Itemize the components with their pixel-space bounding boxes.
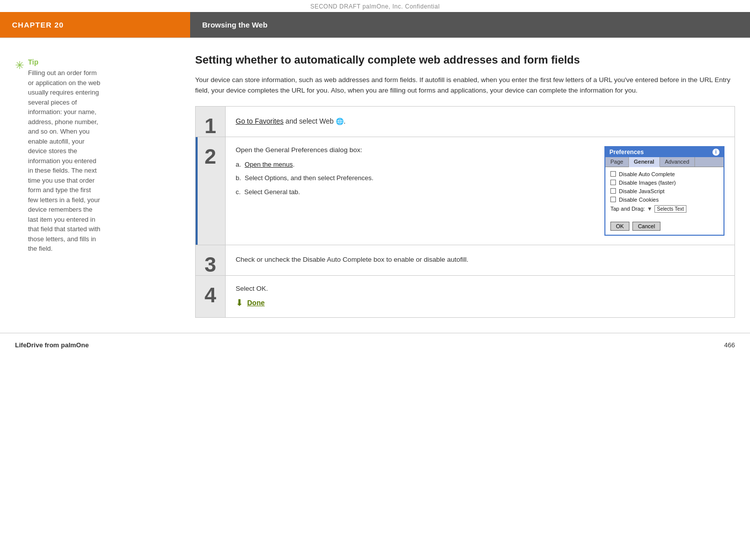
disable-images-checkbox[interactable]	[610, 180, 616, 185]
tip-body: Tip Filling out an order form or applica…	[28, 58, 101, 254]
step-3-row: 3 Check or uncheck the Disable Auto Comp…	[196, 245, 734, 276]
blue-accent-bar	[196, 137, 198, 245]
prefs-tab-page[interactable]: Page	[605, 157, 629, 167]
disable-cookies-label: Disable Cookies	[619, 197, 658, 203]
prefs-tab-general[interactable]: General	[629, 157, 660, 167]
step-1-row: 1 Go to Favorites and select Web 🌐.	[196, 107, 734, 137]
step-2-number-col: 2	[196, 137, 226, 245]
step-2-sub-b: b. Select Options, and then select Prefe…	[236, 173, 594, 183]
footer-page-number: 466	[724, 341, 735, 349]
step-3-number-col: 3	[196, 245, 226, 275]
tap-drag-label: Tap and Drag:	[610, 206, 645, 212]
tap-value: Selects Text	[657, 206, 684, 212]
main-content: ✳ Tip Filling out an order form or appli…	[0, 38, 750, 318]
step-2-content: Open the General Preferences dialog box:…	[226, 137, 734, 245]
step-4-number-col: 4	[196, 276, 226, 317]
tip-text: Filling out an order form or application…	[28, 68, 101, 254]
tap-dropdown[interactable]: Selects Text	[654, 205, 686, 213]
section-label: Browsing the Web	[190, 12, 750, 38]
step-2-row: 2 Open the General Preferences dialog bo…	[196, 137, 734, 245]
step-4-text: Select OK.	[236, 285, 724, 292]
prefs-checkbox-disable-images: Disable Images (faster)	[610, 180, 718, 186]
steps-container: 1 Go to Favorites and select Web 🌐. 2	[195, 106, 735, 318]
page-title: Setting whether to automatically complet…	[195, 53, 735, 68]
open-menus-link[interactable]: Open the menus	[245, 161, 293, 168]
step-2-dialog-label: Open the General Preferences dialog box:	[236, 146, 594, 154]
step-3-text: Check or uncheck the Disable Auto Comple…	[236, 254, 724, 265]
prefs-title: Preferences	[609, 149, 644, 156]
prefs-tab-advanced[interactable]: Advanced	[660, 157, 695, 167]
step-3-content: Check or uncheck the Disable Auto Comple…	[226, 245, 734, 275]
step-4-row: 4 Select OK. ⬇ Done	[196, 276, 734, 317]
prefs-title-bar: Preferences i	[605, 147, 723, 157]
content-area: Setting whether to automatically complet…	[190, 53, 750, 318]
done-icon: ⬇	[236, 297, 243, 308]
prefs-body: Disable Auto Complete Disable Images (fa…	[605, 167, 723, 220]
footer-brand: LifeDrive from palmOne	[15, 341, 89, 349]
step-2-text: Open the General Preferences dialog box:…	[236, 146, 594, 236]
tap-arrow-icon: ▼	[647, 206, 652, 212]
watermark: SECOND DRAFT palmOne, Inc. Confidential	[0, 0, 750, 12]
prefs-checkbox-disable-cookies: Disable Cookies	[610, 197, 718, 203]
step-2-sub-c: c. Select General tab.	[236, 187, 594, 197]
prefs-checkbox-disable-autocomplete: Disable Auto Complete	[610, 171, 718, 177]
go-to-favorites-link[interactable]: Go to Favorites	[236, 117, 284, 125]
tip-block: ✳ Tip Filling out an order form or appli…	[15, 58, 175, 254]
step-1-text: Go to Favorites and select Web 🌐.	[236, 117, 346, 125]
prefs-info-icon: i	[712, 149, 719, 156]
done-label: Done	[247, 299, 265, 307]
step-4-content: Select OK. ⬇ Done	[226, 276, 734, 317]
disable-js-label: Disable JavaScript	[619, 188, 664, 194]
prefs-tap-row: Tap and Drag: ▼ Selects Text	[610, 205, 718, 213]
disable-js-checkbox[interactable]	[610, 188, 616, 194]
step-4-number: 4	[205, 285, 216, 306]
prefs-cancel-button[interactable]: Cancel	[632, 222, 660, 231]
step-2-number: 2	[205, 146, 216, 167]
step-1-content: Go to Favorites and select Web 🌐.	[226, 107, 734, 137]
prefs-ok-button[interactable]: OK	[610, 222, 629, 231]
step-1-number: 1	[205, 116, 216, 137]
web-icon: 🌐	[336, 118, 344, 125]
disable-images-label: Disable Images (faster)	[619, 180, 676, 186]
disable-autocomplete-checkbox[interactable]	[610, 171, 616, 177]
prefs-checkbox-disable-js: Disable JavaScript	[610, 188, 718, 194]
disable-cookies-checkbox[interactable]	[610, 197, 616, 202]
chapter-label: CHAPTER 20	[0, 12, 190, 38]
done-row: ⬇ Done	[236, 297, 724, 308]
disable-autocomplete-label: Disable Auto Complete	[619, 171, 675, 177]
tip-star-icon: ✳	[15, 59, 24, 72]
step-1-number-col: 1	[196, 107, 226, 137]
step-2-inner: Open the General Preferences dialog box:…	[236, 146, 724, 236]
prefs-tabs: Page General Advanced	[605, 157, 723, 167]
header-bar: CHAPTER 20 Browsing the Web	[0, 12, 750, 38]
sidebar: ✳ Tip Filling out an order form or appli…	[0, 53, 190, 318]
prefs-buttons: OK Cancel	[605, 220, 723, 235]
page-intro: Your device can store information, such …	[195, 75, 735, 96]
tip-label: Tip	[28, 58, 101, 66]
footer: LifeDrive from palmOne 466	[0, 333, 750, 357]
step-3-number: 3	[205, 254, 216, 275]
preferences-dialog: Preferences i Page General Advanced	[604, 146, 724, 236]
step-2-sub-a: a. Open the menus.	[236, 160, 594, 170]
